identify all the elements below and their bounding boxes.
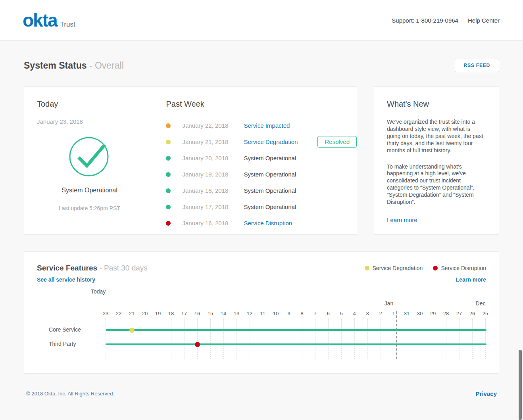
month-label: Dec	[476, 300, 486, 307]
privacy-link[interactable]: Privacy	[476, 390, 497, 397]
support-phone: Support: 1-800-219-0964	[392, 17, 458, 24]
resolved-badge[interactable]: Resolved	[317, 136, 357, 148]
incident-status[interactable]: Service Impacted	[244, 122, 317, 129]
gridline	[289, 318, 289, 359]
gridline	[407, 318, 407, 359]
incident-date: January 22, 2018	[182, 122, 244, 129]
degradation-legend-dot-icon	[365, 266, 369, 270]
gridline	[250, 318, 250, 359]
today-heading: Today	[37, 100, 153, 109]
help-center-link[interactable]: Help Center	[468, 17, 500, 24]
incident-status[interactable]: Service Disruption	[244, 220, 317, 226]
gridline	[328, 318, 329, 359]
whats-new-heading: What's New	[387, 100, 485, 109]
timeline-status-line	[106, 329, 486, 331]
day-tick-label: 16	[194, 311, 200, 316]
day-tick-label: 2	[379, 311, 382, 316]
past-week-row: January 16, 2018 Service Disruption	[166, 215, 357, 231]
degradation-incident-dot[interactable]	[129, 328, 135, 333]
past-week-heading: Past Week	[166, 100, 357, 109]
legend-label: Service Degradation	[373, 265, 423, 271]
gridline	[171, 318, 171, 359]
chart-legend: Service DegradationService Disruption	[365, 265, 486, 271]
day-tick-label: 1	[392, 311, 395, 316]
page-subtitle-text: - Overall	[89, 60, 124, 71]
incident-status: System Operational	[244, 203, 317, 210]
status-cards-row: Today January 23, 2018 System Operationa…	[24, 86, 499, 235]
gridline	[420, 318, 420, 359]
whats-new-learn-more-link[interactable]: Learn more	[387, 217, 417, 223]
incident-status: System Operational	[244, 171, 317, 178]
see-all-history-link[interactable]: See all service history	[37, 276, 95, 283]
day-tick-label: 12	[247, 311, 252, 316]
gridline	[210, 318, 211, 359]
main-content: System Status - Overall RSS FEED Today J…	[0, 58, 523, 374]
today-status: System Operational	[37, 187, 142, 194]
logo-suffix: Trust	[60, 21, 75, 29]
legend-label: Service Disruption	[441, 265, 486, 271]
gridline	[119, 318, 119, 359]
day-tick-label: 14	[221, 311, 226, 316]
day-tick-label: 29	[430, 311, 436, 316]
gridline	[459, 318, 460, 359]
incident-date: January 16, 2018	[182, 220, 244, 226]
day-tick-label: 22	[116, 311, 121, 316]
disruption-incident-dot[interactable]	[195, 342, 200, 347]
day-tick-label: 11	[260, 311, 265, 316]
service-features-title-main: Service Features	[37, 264, 97, 272]
legend-item: Service Degradation	[365, 265, 423, 271]
incident-status: System Operational	[244, 155, 317, 161]
scrollbar-thumb[interactable]	[519, 350, 522, 420]
timeline-today-label: Today	[91, 288, 106, 295]
title-row: System Status - Overall RSS FEED	[24, 58, 499, 73]
incident-date: January 18, 2018	[182, 187, 244, 194]
page-title-subtitle: - Overall	[89, 60, 124, 71]
today-pastweek-card: Today January 23, 2018 System Operationa…	[24, 86, 357, 235]
status-dot-icon	[166, 123, 171, 128]
timeline-row-label: Third Party	[49, 341, 76, 347]
day-tick-label: 15	[208, 311, 213, 316]
past-week-row: January 18, 2018 System Operational	[166, 182, 357, 199]
past-week-section: Past Week January 22, 2018 Service Impac…	[153, 87, 357, 234]
month-label: Jan	[385, 300, 394, 307]
past-week-row: January 17, 2018 System Operational	[166, 199, 357, 215]
gridline	[145, 318, 145, 359]
incident-date: January 21, 2018	[182, 138, 244, 145]
gridline	[472, 318, 473, 359]
okta-logo[interactable]: okta	[23, 11, 57, 29]
day-tick-label: 23	[103, 311, 108, 316]
today-section: Today January 23, 2018 System Operationa…	[24, 87, 153, 234]
day-tick-label: 19	[155, 311, 161, 316]
gridline	[184, 318, 185, 359]
brand[interactable]: okta Trust	[23, 11, 75, 29]
day-tick-label: 20	[142, 311, 148, 316]
day-tick-label: 13	[234, 311, 239, 316]
gridline	[341, 318, 342, 359]
day-tick-label: 3	[366, 311, 369, 316]
gridline	[381, 318, 381, 359]
incident-status: System Operational	[244, 187, 317, 194]
page-title: System Status - Overall	[24, 60, 124, 71]
status-dot-icon	[166, 172, 171, 177]
gridline	[367, 318, 368, 359]
gridline	[237, 318, 237, 359]
timeline-plot: Today 2322212019181716151413121110987654…	[37, 287, 486, 362]
day-tick-label: 30	[417, 311, 423, 316]
gridline	[302, 318, 302, 359]
gridline	[485, 318, 486, 359]
past-week-row: January 21, 2018 Service Degradation Res…	[166, 134, 357, 150]
past-week-row: January 19, 2018 System Operational	[166, 166, 357, 182]
copyright-text: © 2018 Okta, Inc. All Rights Reserved.	[26, 391, 114, 397]
day-tick-label: 5	[340, 311, 342, 316]
rss-feed-button[interactable]: RSS FEED	[455, 59, 499, 72]
chart-learn-more-link[interactable]: Learn more	[456, 276, 486, 283]
footer: © 2018 Okta, Inc. All Rights Reserved. P…	[0, 390, 523, 397]
gridline	[158, 318, 158, 359]
day-tick-label: 28	[443, 311, 449, 316]
day-tick-label: 7	[313, 311, 316, 316]
header: okta Trust Support: 1-800-219-0964 Help …	[0, 0, 523, 41]
today-date: January 23, 2018	[37, 118, 153, 125]
past-week-row: January 20, 2018 System Operational	[166, 150, 357, 166]
incident-status[interactable]: Service Degradation	[244, 138, 317, 145]
gridline	[223, 318, 224, 359]
